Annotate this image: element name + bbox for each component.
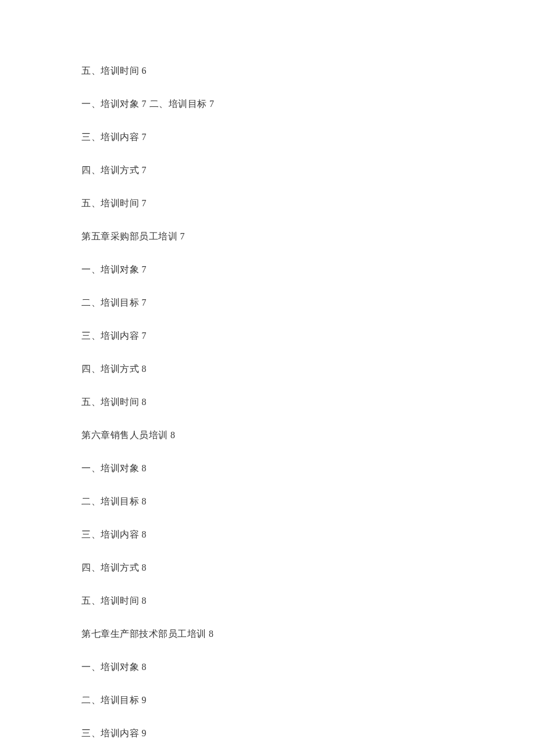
document-page: 五、培训时间 6 一、培训对象 7 二、培训目标 7 三、培训内容 7 四、培训… bbox=[0, 0, 535, 756]
toc-entry: 第五章采购部员工培训 7 bbox=[81, 230, 454, 243]
toc-entry: 三、培训内容 9 bbox=[81, 726, 454, 740]
toc-entry: 第七章生产部技术部员工培训 8 bbox=[81, 627, 454, 641]
toc-entry: 一、培训对象 8 bbox=[81, 461, 454, 475]
toc-entry: 二、培训目标 7 bbox=[81, 296, 454, 310]
toc-entry: 一、培训对象 7 二、培训目标 7 bbox=[81, 97, 454, 111]
toc-entry: 一、培训对象 8 bbox=[81, 660, 454, 674]
toc-entry: 二、培训目标 9 bbox=[81, 693, 454, 707]
toc-entry: 四、培训方式 8 bbox=[81, 561, 454, 575]
toc-entry: 一、培训对象 7 bbox=[81, 263, 454, 277]
toc-entry: 二、培训目标 8 bbox=[81, 495, 454, 508]
toc-entry: 第六章销售人员培训 8 bbox=[81, 428, 454, 442]
toc-entry: 三、培训内容 8 bbox=[81, 528, 454, 542]
toc-entry: 三、培训内容 7 bbox=[81, 329, 454, 343]
toc-entry: 四、培训方式 8 bbox=[81, 362, 454, 376]
toc-entry: 三、培训内容 7 bbox=[81, 130, 454, 144]
toc-entry: 五、培训时间 8 bbox=[81, 594, 454, 608]
toc-entry: 五、培训时间 7 bbox=[81, 196, 454, 210]
toc-entry: 五、培训时间 8 bbox=[81, 395, 454, 409]
toc-entry: 四、培训方式 7 bbox=[81, 163, 454, 177]
toc-entry: 五、培训时间 6 bbox=[81, 64, 454, 78]
